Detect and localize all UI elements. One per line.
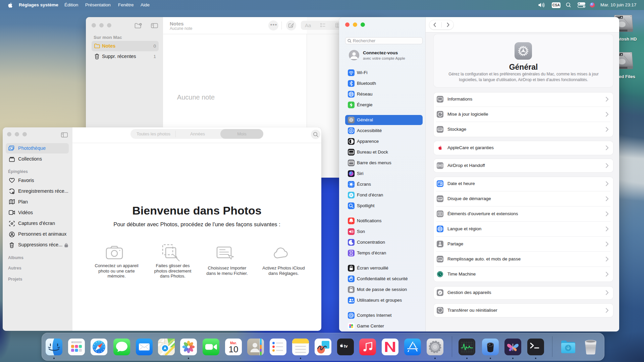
svg-text:10: 10 bbox=[229, 344, 238, 354]
svg-text:tv: tv bbox=[344, 344, 348, 349]
